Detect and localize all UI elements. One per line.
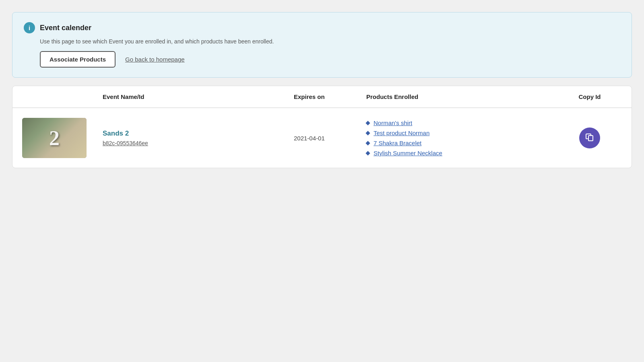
list-item: Norman's shirt	[366, 119, 557, 126]
product-link-1[interactable]: Norman's shirt	[374, 119, 412, 126]
col-header-event-name: Event Name/Id	[103, 93, 294, 100]
banner-title: Event calender	[40, 24, 91, 32]
banner-header: i Event calender	[24, 22, 620, 33]
bullet-icon	[365, 141, 370, 145]
product-link-2[interactable]: Test product Norman	[374, 130, 429, 136]
col-header-empty	[22, 93, 103, 100]
list-item: Stylish Summer Necklace	[366, 150, 557, 156]
event-id[interactable]: b82c-09553646ee	[103, 140, 294, 146]
info-banner: i Event calender Use this page to see wh…	[12, 12, 632, 78]
table-header: Event Name/Id Expires on Products Enroll…	[12, 86, 632, 108]
associate-products-button[interactable]: Associate Products	[40, 51, 116, 68]
info-icon: i	[24, 22, 35, 33]
expires-date: 2021-04-01	[294, 135, 366, 142]
product-link-4[interactable]: Stylish Summer Necklace	[374, 150, 442, 156]
go-back-link[interactable]: Go back to homepage	[125, 56, 185, 63]
banner-description: Use this page to see which Event you are…	[40, 38, 620, 45]
products-list: Norman's shirt Test product Norman 7 Sha…	[366, 119, 557, 156]
cake-number-decoration: 2	[49, 126, 60, 150]
list-item: 7 Shakra Bracelet	[366, 140, 557, 146]
table-row: 2 Sands 2 b82c-09553646ee 2021-04-01 Nor…	[12, 108, 632, 168]
copy-id-cell	[557, 128, 622, 148]
product-link-3[interactable]: 7 Shakra Bracelet	[374, 140, 421, 146]
svg-rect-0	[588, 136, 593, 141]
bullet-icon	[365, 131, 370, 135]
copy-id-button[interactable]	[579, 128, 600, 148]
list-item: Test product Norman	[366, 130, 557, 136]
col-header-products: Products Enrolled	[366, 93, 557, 100]
col-header-copy-id: Copy Id	[557, 93, 622, 100]
copy-icon	[585, 132, 594, 144]
bullet-icon	[365, 151, 370, 155]
event-name: Sands 2	[103, 130, 294, 138]
events-table: Event Name/Id Expires on Products Enroll…	[12, 86, 632, 168]
bullet-icon	[365, 121, 370, 125]
event-info: Sands 2 b82c-09553646ee	[103, 130, 294, 146]
col-header-expires: Expires on	[294, 93, 366, 100]
banner-actions: Associate Products Go back to homepage	[40, 51, 620, 68]
cake-thumbnail: 2	[22, 118, 87, 158]
event-image: 2	[22, 118, 87, 158]
